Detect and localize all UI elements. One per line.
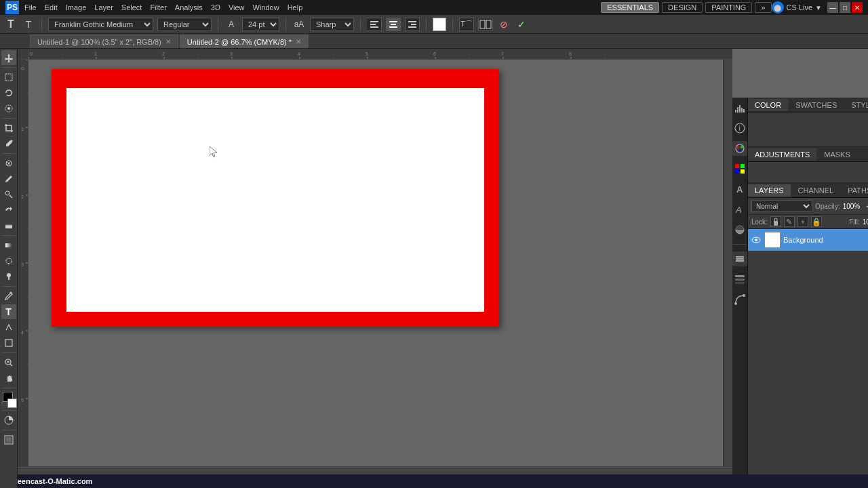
tool-brush[interactable] <box>1 171 16 186</box>
menu-window[interactable]: Window <box>253 3 279 12</box>
menu-layer[interactable]: Layer <box>94 3 113 12</box>
masks-panel-icon[interactable] <box>732 222 747 237</box>
paths-tab[interactable]: PATHS <box>841 184 868 197</box>
tab-2-close[interactable]: ✕ <box>296 38 301 45</box>
svg-rect-78 <box>735 110 736 113</box>
text-color-swatch[interactable] <box>433 18 446 31</box>
info-panel-icon[interactable]: i <box>732 121 747 136</box>
lock-pixels-button[interactable] <box>770 216 781 227</box>
menu-view[interactable]: View <box>229 3 245 12</box>
swatches-tab[interactable]: SWATCHES <box>789 99 844 111</box>
svg-text:6: 6 <box>433 52 436 56</box>
svg-rect-23 <box>8 277 9 280</box>
toggle-panels-button[interactable] <box>478 18 493 31</box>
tool-pen[interactable] <box>1 289 16 304</box>
menu-filter[interactable]: Filter <box>150 3 166 12</box>
menu-image[interactable]: Image <box>66 3 87 12</box>
channels-panel-icon[interactable] <box>732 272 747 287</box>
anti-alias-select[interactable]: Sharp <box>310 18 354 31</box>
tool-gradient[interactable] <box>1 238 16 253</box>
svg-point-103 <box>743 294 745 297</box>
tool-screen-mode[interactable] <box>1 432 16 447</box>
font-size-select[interactable]: 24 pt <box>242 18 279 31</box>
lock-all-button[interactable]: + <box>797 216 808 227</box>
workspace-painting[interactable]: PAINTING <box>705 2 752 13</box>
tool-history-brush[interactable] <box>1 203 16 218</box>
workspace-essentials[interactable]: ESSENTIALS <box>601 2 659 13</box>
tool-healing[interactable] <box>1 156 16 171</box>
font-family-select[interactable]: Franklin Gothic Medium <box>48 18 153 31</box>
tab-1-close[interactable]: ✕ <box>165 38 171 45</box>
blend-mode-select[interactable]: Normal <box>751 200 812 212</box>
cs-live[interactable]: ⬤ CS Live ▼ <box>772 1 822 14</box>
layers-tab[interactable]: LAYERS <box>748 184 791 197</box>
svg-text:0: 0 <box>20 67 25 70</box>
tool-quick-mask[interactable] <box>1 413 16 428</box>
masks-tab[interactable]: MASKS <box>817 148 858 161</box>
background-color[interactable] <box>7 399 17 408</box>
foreground-background-colors[interactable]: ⬛ <box>1 392 17 408</box>
menu-select[interactable]: Select <box>121 3 142 12</box>
menu-analysis[interactable]: Analysis <box>175 3 203 12</box>
workspace-design[interactable]: DESIGN <box>662 2 703 13</box>
opacity-value[interactable]: 100% <box>843 203 863 210</box>
workspace-more[interactable]: » <box>755 2 771 13</box>
layers-panel-icon[interactable] <box>732 251 747 266</box>
tool-dodge[interactable] <box>1 269 16 284</box>
tool-crop[interactable] <box>1 121 16 136</box>
default-colors-icon[interactable]: ⬛ <box>1 402 7 408</box>
menu-edit[interactable]: Edit <box>45 3 58 12</box>
color-tab[interactable]: COLOR <box>748 99 789 111</box>
styles-panel-icon[interactable]: A <box>732 182 747 197</box>
channel-tab[interactable]: CHANNEL <box>791 184 842 197</box>
styles-tab[interactable]: STYLES <box>844 99 868 111</box>
document-tab-2[interactable]: Untitled-2 @ 66.7% (CMYK/8) * ✕ <box>180 35 309 48</box>
color-panel-icon[interactable] <box>732 141 747 156</box>
commit-type-button[interactable]: ✓ <box>515 18 528 31</box>
menu-file[interactable]: File <box>24 3 37 12</box>
tool-marquee[interactable] <box>1 70 16 85</box>
tool-move[interactable] <box>1 50 16 65</box>
align-center-button[interactable] <box>386 18 401 31</box>
lock-position-button[interactable]: ✎ <box>784 216 795 227</box>
histogram-panel-icon[interactable] <box>732 100 747 115</box>
fill-value[interactable]: 100% <box>863 218 868 226</box>
tool-hand[interactable] <box>1 371 16 386</box>
document-tab-1[interactable]: Untitled-1 @ 100% (3.5" x 2", RGB/8) ✕ <box>30 35 178 48</box>
swatches-panel-icon[interactable] <box>732 161 747 176</box>
tool-lasso[interactable] <box>1 85 16 100</box>
paths-panel-icon[interactable] <box>732 292 747 307</box>
tool-shape[interactable] <box>1 336 16 350</box>
tool-text[interactable]: T <box>1 304 16 319</box>
warp-text-button[interactable]: T⌒ <box>459 18 474 31</box>
tool-separator-5 <box>2 286 16 287</box>
minimize-button[interactable]: — <box>827 2 838 13</box>
cs-live-dropdown[interactable]: ▼ <box>815 4 822 12</box>
tool-path-selection[interactable] <box>1 320 16 335</box>
align-left-button[interactable] <box>367 18 382 31</box>
menu-3d[interactable]: 3D <box>211 3 220 12</box>
adjustments-panel-icon[interactable]: A <box>732 202 747 217</box>
layer-name: Background <box>783 236 868 244</box>
tool-separator-8 <box>2 410 16 411</box>
tool-quick-select[interactable] <box>1 101 16 116</box>
adjustments-tab[interactable]: ADJUSTMENTS <box>748 148 817 161</box>
v-scrollbar[interactable] <box>723 60 732 466</box>
align-right-button[interactable] <box>405 18 420 31</box>
menu-help[interactable]: Help <box>288 3 303 12</box>
tool-eyedropper[interactable] <box>1 136 16 151</box>
svg-rect-6 <box>408 21 416 22</box>
layer-visibility-eye[interactable] <box>751 235 762 245</box>
tool-blur[interactable] <box>1 253 16 268</box>
svg-point-15 <box>10 140 12 142</box>
close-button[interactable]: ✕ <box>852 2 863 13</box>
cancel-type-button[interactable]: ⊘ <box>497 18 511 31</box>
font-style-select[interactable]: Regular <box>157 18 212 31</box>
layer-background-row[interactable]: Background <box>748 229 868 251</box>
lock-move-button[interactable]: 🔒 <box>811 216 822 227</box>
tool-eraser[interactable] <box>1 218 16 233</box>
tool-clone[interactable] <box>1 187 16 202</box>
adjustments-masks-panel: ADJUSTMENTS MASKS » <box>748 147 868 183</box>
maximize-button[interactable]: □ <box>840 2 850 13</box>
tool-zoom[interactable] <box>1 355 16 370</box>
